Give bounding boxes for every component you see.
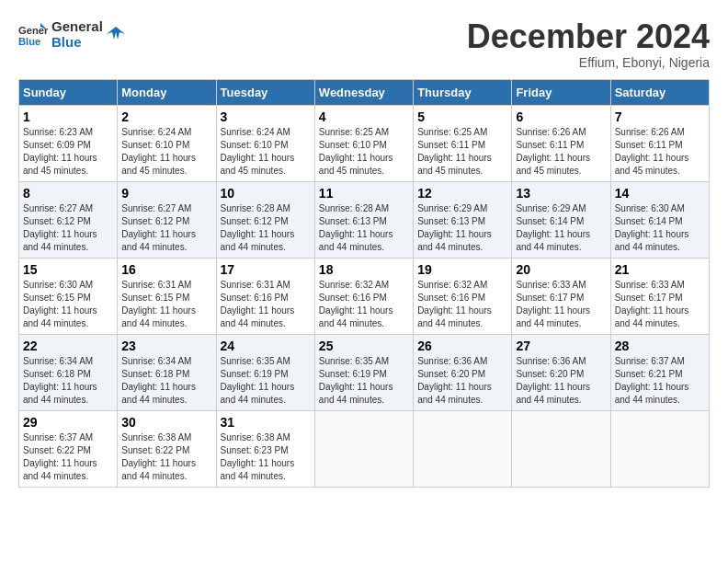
header-monday: Monday (118, 79, 216, 105)
day-detail: Sunrise: 6:24 AMSunset: 6:10 PMDaylight:… (221, 127, 295, 176)
day-cell: 11 Sunrise: 6:28 AMSunset: 6:13 PMDaylig… (314, 181, 413, 258)
day-detail: Sunrise: 6:35 AMSunset: 6:19 PMDaylight:… (319, 356, 393, 405)
week-row-2: 8 Sunrise: 6:27 AMSunset: 6:12 PMDayligh… (19, 181, 710, 258)
day-cell: 13 Sunrise: 6:29 AMSunset: 6:14 PMDaylig… (512, 181, 610, 258)
day-cell: 28 Sunrise: 6:37 AMSunset: 6:21 PMDaylig… (610, 334, 709, 410)
day-detail: Sunrise: 6:23 AMSunset: 6:09 PMDaylight:… (23, 127, 97, 176)
day-number: 17 (221, 262, 311, 277)
day-cell (610, 410, 709, 487)
day-cell: 23 Sunrise: 6:34 AMSunset: 6:18 PMDaylig… (118, 334, 216, 410)
day-detail: Sunrise: 6:35 AMSunset: 6:19 PMDaylight:… (221, 356, 295, 405)
day-detail: Sunrise: 6:34 AMSunset: 6:18 PMDaylight:… (121, 356, 196, 405)
day-cell: 19 Sunrise: 6:32 AMSunset: 6:16 PMDaylig… (414, 258, 512, 334)
day-detail: Sunrise: 6:29 AMSunset: 6:14 PMDaylight:… (516, 203, 590, 252)
day-cell: 31 Sunrise: 6:38 AMSunset: 6:23 PMDaylig… (216, 410, 314, 487)
week-row-1: 1 Sunrise: 6:23 AMSunset: 6:09 PMDayligh… (19, 105, 710, 181)
week-row-3: 15 Sunrise: 6:30 AMSunset: 6:15 PMDaylig… (19, 258, 710, 334)
day-detail: Sunrise: 6:25 AMSunset: 6:10 PMDaylight:… (319, 127, 393, 176)
day-number: 11 (319, 186, 409, 201)
header-saturday: Saturday (610, 79, 709, 105)
day-cell: 9 Sunrise: 6:27 AMSunset: 6:12 PMDayligh… (118, 181, 216, 258)
day-detail: Sunrise: 6:26 AMSunset: 6:11 PMDaylight:… (615, 127, 689, 176)
day-detail: Sunrise: 6:32 AMSunset: 6:16 PMDaylight:… (417, 280, 492, 328)
day-cell: 17 Sunrise: 6:31 AMSunset: 6:16 PMDaylig… (216, 258, 314, 334)
day-detail: Sunrise: 6:36 AMSunset: 6:20 PMDaylight:… (417, 356, 492, 405)
logo-bird-icon (107, 25, 125, 43)
day-number: 30 (121, 415, 211, 430)
day-number: 10 (221, 186, 311, 201)
day-cell: 26 Sunrise: 6:36 AMSunset: 6:20 PMDaylig… (414, 334, 512, 410)
day-number: 26 (417, 339, 507, 353)
day-cell: 1 Sunrise: 6:23 AMSunset: 6:09 PMDayligh… (19, 105, 118, 181)
day-cell: 25 Sunrise: 6:35 AMSunset: 6:19 PMDaylig… (314, 334, 413, 410)
logo-icon: General Blue (18, 19, 48, 49)
day-detail: Sunrise: 6:31 AMSunset: 6:16 PMDaylight:… (221, 280, 295, 328)
day-number: 8 (23, 186, 113, 201)
day-detail: Sunrise: 6:24 AMSunset: 6:10 PMDaylight:… (121, 127, 196, 176)
header-thursday: Thursday (414, 79, 512, 105)
day-cell: 16 Sunrise: 6:31 AMSunset: 6:15 PMDaylig… (118, 258, 216, 334)
day-cell: 27 Sunrise: 6:36 AMSunset: 6:20 PMDaylig… (512, 334, 610, 410)
svg-marker-3 (107, 27, 125, 40)
day-cell (314, 410, 413, 487)
svg-text:Blue: Blue (18, 36, 40, 47)
day-number: 22 (23, 339, 113, 353)
day-detail: Sunrise: 6:38 AMSunset: 6:23 PMDaylight:… (221, 432, 295, 481)
day-number: 31 (221, 415, 311, 430)
header-row: SundayMondayTuesdayWednesdayThursdayFrid… (19, 79, 710, 105)
day-detail: Sunrise: 6:31 AMSunset: 6:15 PMDaylight:… (121, 280, 196, 328)
day-cell: 30 Sunrise: 6:38 AMSunset: 6:22 PMDaylig… (118, 410, 216, 487)
day-detail: Sunrise: 6:37 AMSunset: 6:22 PMDaylight:… (23, 432, 97, 481)
day-number: 2 (121, 109, 211, 124)
day-cell: 8 Sunrise: 6:27 AMSunset: 6:12 PMDayligh… (19, 181, 118, 258)
day-number: 21 (615, 262, 705, 277)
logo-line2: Blue (51, 34, 103, 50)
day-detail: Sunrise: 6:34 AMSunset: 6:18 PMDaylight:… (23, 356, 97, 405)
day-number: 16 (121, 262, 211, 277)
day-detail: Sunrise: 6:28 AMSunset: 6:12 PMDaylight:… (221, 203, 295, 252)
day-detail: Sunrise: 6:28 AMSunset: 6:13 PMDaylight:… (319, 203, 393, 252)
day-number: 7 (615, 109, 705, 124)
day-number: 5 (417, 109, 507, 124)
day-cell: 2 Sunrise: 6:24 AMSunset: 6:10 PMDayligh… (118, 105, 216, 181)
day-detail: Sunrise: 6:38 AMSunset: 6:22 PMDaylight:… (121, 432, 196, 481)
day-cell: 6 Sunrise: 6:26 AMSunset: 6:11 PMDayligh… (512, 105, 610, 181)
week-row-4: 22 Sunrise: 6:34 AMSunset: 6:18 PMDaylig… (19, 334, 710, 410)
day-number: 18 (319, 262, 409, 277)
day-number: 6 (516, 109, 606, 124)
calendar-table: SundayMondayTuesdayWednesdayThursdayFrid… (18, 79, 710, 488)
day-cell: 7 Sunrise: 6:26 AMSunset: 6:11 PMDayligh… (610, 105, 709, 181)
header-sunday: Sunday (19, 79, 118, 105)
day-cell: 5 Sunrise: 6:25 AMSunset: 6:11 PMDayligh… (414, 105, 512, 181)
day-detail: Sunrise: 6:27 AMSunset: 6:12 PMDaylight:… (121, 203, 196, 252)
day-number: 29 (23, 415, 113, 430)
day-number: 20 (516, 262, 606, 277)
day-cell: 12 Sunrise: 6:29 AMSunset: 6:13 PMDaylig… (414, 181, 512, 258)
day-detail: Sunrise: 6:29 AMSunset: 6:13 PMDaylight:… (417, 203, 492, 252)
header-wednesday: Wednesday (314, 79, 413, 105)
day-number: 28 (615, 339, 705, 353)
logo: General Blue General Blue (18, 18, 125, 50)
day-detail: Sunrise: 6:36 AMSunset: 6:20 PMDaylight:… (516, 356, 590, 405)
day-number: 3 (221, 109, 311, 124)
day-cell: 18 Sunrise: 6:32 AMSunset: 6:16 PMDaylig… (314, 258, 413, 334)
day-detail: Sunrise: 6:30 AMSunset: 6:15 PMDaylight:… (23, 280, 97, 328)
day-number: 23 (121, 339, 211, 353)
day-detail: Sunrise: 6:37 AMSunset: 6:21 PMDaylight:… (615, 356, 689, 405)
day-cell: 14 Sunrise: 6:30 AMSunset: 6:14 PMDaylig… (610, 181, 709, 258)
header-friday: Friday (512, 79, 610, 105)
day-number: 9 (121, 186, 211, 201)
day-number: 27 (516, 339, 606, 353)
day-number: 25 (319, 339, 409, 353)
day-detail: Sunrise: 6:26 AMSunset: 6:11 PMDaylight:… (516, 127, 590, 176)
day-cell: 4 Sunrise: 6:25 AMSunset: 6:10 PMDayligh… (314, 105, 413, 181)
day-cell (512, 410, 610, 487)
page-header: General Blue General Blue December 2024 … (18, 18, 710, 70)
header-tuesday: Tuesday (216, 79, 314, 105)
title-block: December 2024 Effium, Ebonyi, Nigeria (467, 18, 710, 70)
day-detail: Sunrise: 6:33 AMSunset: 6:17 PMDaylight:… (615, 280, 689, 328)
day-number: 15 (23, 262, 113, 277)
day-detail: Sunrise: 6:33 AMSunset: 6:17 PMDaylight:… (516, 280, 590, 328)
day-cell: 10 Sunrise: 6:28 AMSunset: 6:12 PMDaylig… (216, 181, 314, 258)
location-subtitle: Effium, Ebonyi, Nigeria (467, 55, 710, 70)
